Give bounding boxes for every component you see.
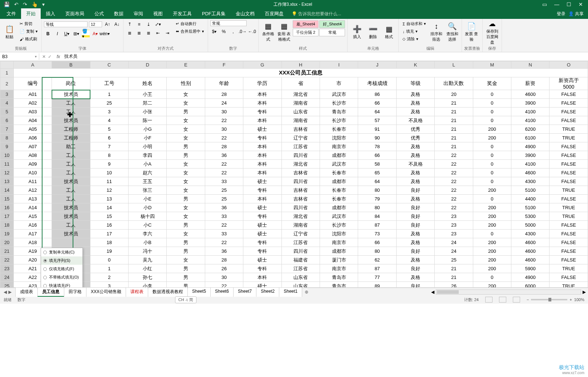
autofill-option[interactable]: 仅填充格式(F) [41,265,82,273]
increase-font-icon[interactable]: A↑ [104,20,111,28]
cell[interactable]: FALSE [550,142,588,151]
cell[interactable]: 20 [435,90,473,99]
cell[interactable]: 江苏省 [281,264,320,273]
cell[interactable]: 22 [435,160,473,169]
percent-icon[interactable]: % [220,28,228,36]
cell[interactable]: 专科 [243,134,281,142]
save-baidu-button[interactable]: ☁保存到 百度网盘 [485,20,499,44]
ribbon-tab-公式[interactable]: 公式 [89,8,109,19]
header-cell[interactable]: 姓名 [128,77,166,90]
cell[interactable]: 58 [358,160,396,169]
cell[interactable]: 64 [358,108,396,116]
cell[interactable]: 女 [167,203,205,212]
cell[interactable]: 成都市 [320,247,358,256]
cell[interactable]: 湖北省 [281,90,320,99]
cell[interactable]: 200 [473,247,511,256]
cell[interactable]: 4600 [511,256,550,264]
font-size-select[interactable] [89,21,102,27]
cell[interactable]: 技术员 [52,90,90,99]
cell[interactable]: 22 [205,282,243,288]
cell[interactable]: 南京市 [320,142,358,151]
cell[interactable]: 本科 [243,195,281,203]
cell[interactable]: 77 [358,273,396,282]
col-header-H[interactable]: H [281,61,320,69]
cell[interactable]: 0 [473,108,511,116]
cell[interactable]: 0 [473,90,511,99]
cell[interactable]: 女 [167,90,205,99]
cell[interactable]: 4400 [511,195,550,203]
cell[interactable]: 及格 [396,151,434,160]
header-cell[interactable]: 市 [320,77,358,90]
cell[interactable]: 66 [358,238,396,247]
cell[interactable]: 四川省 [281,177,320,186]
cell[interactable]: 女 [167,169,205,177]
cell[interactable]: 5300 [511,212,550,221]
cell[interactable]: 本科 [243,116,281,125]
cell[interactable]: 助工 [52,142,90,151]
row-header-17[interactable]: 17 [0,212,14,221]
ribbon-tab-金山文档[interactable]: 金山文档 [231,8,260,19]
bold-icon[interactable]: B [44,30,52,38]
cell[interactable]: TRUE [550,264,588,273]
cell[interactable]: 1 [90,264,128,273]
cell[interactable]: 福建省 [281,256,320,264]
cell[interactable]: 及格 [396,169,434,177]
cell[interactable]: 女 [167,230,205,238]
row-header-21[interactable]: 21 [0,247,14,256]
cell[interactable]: 小李 [128,282,166,288]
cell[interactable]: 郑二 [128,99,166,108]
align-left-icon[interactable]: ≣ [126,29,134,37]
sheet-tab-课程表[interactable]: 课程表 [126,287,148,297]
italic-icon[interactable]: I [53,30,61,38]
cell[interactable]: 女 [167,186,205,195]
row-header-22[interactable]: 22 [0,256,14,264]
cell[interactable]: 28 [205,90,243,99]
cell[interactable]: 11 [90,177,128,186]
cell[interactable]: 19 [90,247,128,256]
cell[interactable]: 13 [90,195,128,203]
sheet-tab-数据透视表教程[interactable]: 数据透视表教程 [148,287,188,297]
cell[interactable]: 女 [167,177,205,186]
sheet-tab-Sheet1[interactable]: Sheet1 [279,287,302,297]
cell[interactable]: 4100 [511,116,550,125]
cell[interactable]: 技术员 [52,116,90,125]
cell[interactable]: 山东省 [281,273,320,282]
cell[interactable]: 4900 [511,273,550,282]
header-cell[interactable]: 岗位 [52,77,90,90]
cell[interactable]: 技术员 [52,212,90,221]
cell[interactable]: 专科 [243,186,281,195]
col-header-D[interactable]: D [128,61,166,69]
border-icon[interactable]: ⊞▾ [72,30,80,38]
cell[interactable]: 200 [473,221,511,230]
ribbon-tab-审阅[interactable]: 审阅 [129,8,148,19]
cell[interactable]: 湖南省 [281,99,320,108]
cell[interactable]: 200 [473,282,511,288]
save-icon[interactable]: 💾 [4,1,10,7]
cell[interactable]: 吉林省 [281,125,320,134]
cut-button[interactable]: ✂ 剪切 [18,20,39,27]
hscroll-left-icon[interactable]: ◀ [431,289,434,295]
sheet-tab-XXX公司销售额[interactable]: XXX公司销售额 [86,287,126,297]
cell[interactable]: 4100 [511,108,550,116]
insert-cells-button[interactable]: ➕插入 [350,20,364,44]
ribbon-tab-开发工具[interactable]: 开发工具 [168,8,197,19]
cell[interactable]: 男 [167,108,205,116]
cell[interactable]: 及格 [396,256,434,264]
cell[interactable]: 0 [473,99,511,108]
ribbon-tab-页面布局[interactable]: 页面布局 [60,8,89,19]
col-header-A[interactable]: A [13,61,52,69]
row-header-14[interactable]: 14 [0,186,14,195]
conditional-format-button[interactable]: ▦条件格式 [261,20,275,44]
cell[interactable]: 长春市 [320,186,358,195]
currency-icon[interactable]: $▾ [210,28,218,36]
cell[interactable]: A18 [13,238,52,247]
row-header-12[interactable]: 12 [0,169,14,177]
cell[interactable]: FALSE [550,221,588,230]
cell[interactable]: 3 [90,282,128,288]
cell[interactable]: 5 [90,125,128,134]
cell[interactable]: 孙七 [128,273,166,282]
cell[interactable]: 女 [167,134,205,142]
cell[interactable]: 南京市 [320,238,358,247]
sheet-tab-Sheet2[interactable]: Sheet2 [256,287,279,297]
view-page-break-icon[interactable] [513,297,520,303]
